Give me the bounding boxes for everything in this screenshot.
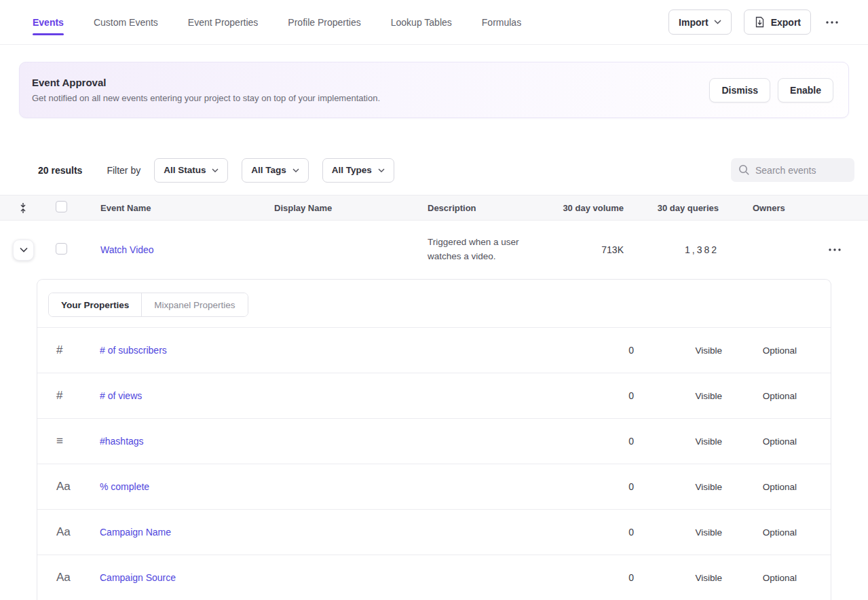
event-queries: 1,382: [630, 244, 725, 255]
filter-bar: 20 results Filter by All Status All Tags…: [38, 157, 854, 183]
banner-actions: Dismiss Enable: [709, 78, 833, 102]
row-expander-button[interactable]: [13, 240, 34, 261]
property-count: 0: [573, 345, 634, 356]
table-header: Event Name Display Name Description 30 d…: [0, 195, 868, 221]
nav-tab[interactable]: Events: [33, 0, 64, 44]
column-header-event-name[interactable]: Event Name: [83, 203, 257, 213]
property-row: # # of views 0 Visible Optional: [37, 373, 831, 418]
nav-tab[interactable]: Lookup Tables: [391, 0, 452, 44]
column-header-description[interactable]: Description: [410, 203, 542, 213]
more-options-icon: [826, 21, 838, 24]
property-requirement: Optional: [722, 436, 797, 447]
nav-tab[interactable]: Formulas: [482, 0, 521, 44]
nav-tab[interactable]: Custom Events: [94, 0, 158, 44]
list-icon: ≡: [56, 434, 100, 448]
property-name-link[interactable]: #hashtags: [100, 436, 573, 447]
property-requirement: Optional: [722, 482, 797, 492]
property-list: # # of subscribers 0 Visible Optional # …: [37, 327, 831, 600]
search-box: [731, 158, 854, 182]
property-requirement: Optional: [722, 527, 797, 538]
enable-button[interactable]: Enable: [778, 78, 833, 102]
collapse-all-icon: [18, 202, 28, 214]
panel-header: Your Properties Mixpanel Properties: [37, 280, 831, 327]
import-label: Import: [679, 17, 709, 28]
banner-text: Event Approval Get notified on all new e…: [32, 77, 709, 103]
dropdown-label: All Tags: [251, 165, 286, 175]
event-approval-banner: Event Approval Get notified on all new e…: [19, 62, 849, 118]
property-visibility: Visible: [634, 573, 722, 583]
event-description: Triggered when a user watches a video.: [410, 236, 542, 264]
text-icon: Aa: [56, 525, 100, 539]
dropdown-label: All Status: [164, 165, 206, 175]
column-header-volume[interactable]: 30 day volume: [542, 203, 630, 213]
event-row: Watch Video Triggered when a user watche…: [0, 221, 868, 279]
property-visibility: Visible: [634, 482, 722, 492]
property-name-link[interactable]: % complete: [100, 481, 573, 492]
filter-dropdowns: All Status All Tags All Types: [154, 158, 405, 183]
collapse-all-button[interactable]: [18, 202, 28, 214]
more-options-button[interactable]: [823, 18, 841, 26]
column-header-display-name[interactable]: Display Name: [257, 203, 410, 213]
property-row: # # of subscribers 0 Visible Optional: [37, 327, 831, 373]
nav-tab[interactable]: Event Properties: [188, 0, 259, 44]
filter-by-label: Filter by: [107, 165, 140, 176]
panel-tabs: Your Properties Mixpanel Properties: [48, 293, 248, 317]
panel-tab[interactable]: Your Properties: [49, 293, 141, 316]
more-options-icon: [829, 248, 841, 251]
property-visibility: Visible: [634, 345, 722, 356]
property-name-link[interactable]: Campaign Name: [100, 527, 573, 538]
row-checkbox[interactable]: [56, 243, 67, 255]
filter-dropdown[interactable]: All Tags: [242, 158, 309, 183]
event-name-link[interactable]: Watch Video: [100, 244, 154, 255]
property-visibility: Visible: [634, 391, 722, 401]
filter-dropdown[interactable]: All Types: [322, 158, 394, 183]
text-icon: Aa: [56, 480, 100, 493]
row-more-button[interactable]: [826, 246, 844, 254]
property-requirement: Optional: [722, 391, 797, 401]
property-row: ≡ #hashtags 0 Visible Optional: [37, 418, 831, 464]
event-volume: 713K: [542, 244, 630, 255]
property-name-link[interactable]: # of subscribers: [100, 345, 573, 356]
results-count: 20 results: [38, 165, 82, 176]
search-input[interactable]: [731, 158, 854, 182]
property-count: 0: [573, 572, 634, 583]
filter-dropdown[interactable]: All Status: [154, 158, 228, 183]
export-label: Export: [771, 17, 801, 28]
dropdown-label: All Types: [332, 165, 372, 175]
property-row: Aa Campaign Name 0 Visible Optional: [37, 509, 831, 555]
property-count: 0: [573, 527, 634, 538]
chevron-down-icon: [378, 168, 385, 172]
property-name-link[interactable]: Campaign Source: [100, 572, 573, 583]
property-count: 0: [573, 481, 634, 492]
property-row: Aa Campaign Source 0 Visible Optional: [37, 555, 831, 600]
number-icon: #: [56, 389, 100, 402]
banner-title: Event Approval: [32, 77, 709, 88]
property-row: Aa % complete 0 Visible Optional: [37, 464, 831, 509]
property-requirement: Optional: [722, 573, 797, 583]
top-navigation: Events Custom Events Event Properties Pr…: [0, 0, 868, 45]
column-header-owners[interactable]: Owners: [725, 203, 807, 213]
column-header-queries[interactable]: 30 day queries: [630, 203, 725, 213]
import-button[interactable]: Import: [668, 10, 732, 35]
chevron-down-icon: [212, 168, 219, 172]
property-count: 0: [573, 390, 634, 401]
dismiss-button[interactable]: Dismiss: [709, 78, 770, 102]
property-name-link[interactable]: # of views: [100, 390, 573, 401]
property-visibility: Visible: [634, 527, 722, 538]
nav-tab[interactable]: Profile Properties: [288, 0, 360, 44]
export-button[interactable]: Export: [744, 10, 811, 35]
property-visibility: Visible: [634, 436, 722, 447]
banner-description: Get notified on all new events entering …: [32, 93, 709, 103]
chevron-down-icon: [293, 168, 299, 172]
select-all-checkbox[interactable]: [56, 201, 67, 212]
property-count: 0: [573, 436, 634, 447]
nav-actions: Import Export: [668, 0, 841, 44]
property-requirement: Optional: [722, 345, 797, 356]
text-icon: Aa: [56, 571, 100, 584]
panel-tab[interactable]: Mixpanel Properties: [141, 293, 247, 316]
export-icon: [754, 16, 766, 28]
properties-panel: Your Properties Mixpanel Properties # # …: [37, 279, 831, 600]
chevron-down-icon: [714, 20, 721, 24]
chevron-down-icon: [20, 247, 28, 252]
nav-tabs: Events Custom Events Event Properties Pr…: [33, 0, 521, 44]
